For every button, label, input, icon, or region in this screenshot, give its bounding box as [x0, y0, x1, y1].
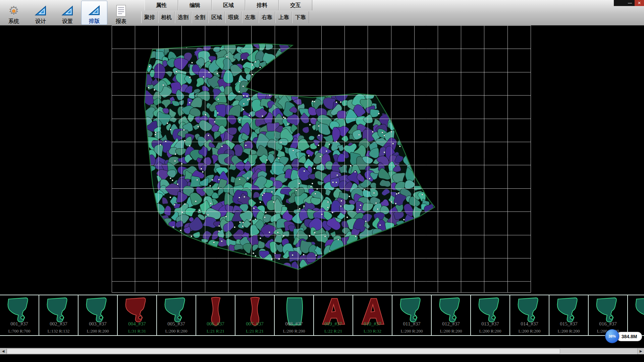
piece-thumbnail[interactable]: 008_#37L:200 R:200	[275, 295, 314, 335]
piece-thumbnail[interactable]: 012_#37L:200 R:200	[432, 295, 471, 335]
piece-id: 009_#37	[314, 321, 353, 327]
big-button-settings[interactable]: 设置	[54, 1, 80, 25]
piece-lr-count: L:21 R:21	[235, 328, 274, 334]
tool-camera[interactable]: 相机	[158, 11, 175, 23]
close-button[interactable]: ✕	[635, 0, 644, 6]
big-button-label: 设计	[35, 18, 46, 25]
piece-id: 015_#37	[549, 321, 588, 327]
piece-thumbnail[interactable]	[628, 295, 644, 335]
big-button-label: 报表	[116, 18, 126, 25]
big-button-design[interactable]: 设计	[28, 1, 54, 25]
tool-snap-right[interactable]: 右靠	[259, 11, 275, 23]
gear-icon: ⚙	[8, 3, 19, 18]
piece-thumbnail[interactable]: 011_#37L:200 R:200	[392, 295, 432, 335]
piece-lr-count: L:31 R:31	[118, 328, 156, 334]
tool-cut-all[interactable]: 全割	[192, 11, 208, 23]
ribbon: ⚙ 系统 设计 设置 排版 报表 属性	[0, 0, 644, 25]
piece-thumbnail[interactable]: 006_#37L:21 R:21	[196, 295, 235, 335]
piece-thumbnail[interactable]: 002_#37L:132 R:132	[39, 295, 78, 335]
piece-thumbnail[interactable]: 010_#37L:33 R:32	[353, 295, 392, 335]
tab-interaction[interactable]: 交互	[279, 0, 312, 10]
tool-snap-down[interactable]: 下靠	[292, 11, 309, 23]
piece-thumbnail[interactable]: 004_#37L:31 R:31	[118, 295, 157, 335]
tab-region[interactable]: 区域	[212, 0, 245, 10]
tool-snap-left[interactable]: 左靠	[242, 11, 259, 23]
piece-lr-count: L:200 R:200	[432, 328, 470, 334]
piece-thumbnail[interactable]: 001_#37L:700 R:700	[0, 295, 39, 335]
piece-lr-count: L:132 R:132	[39, 328, 78, 334]
piece-id: 003_#37	[78, 321, 117, 327]
piece-thumbnail[interactable]: 009_#37L:22 R:21	[314, 295, 353, 335]
piece-lr-count: L:200 R:200	[510, 328, 549, 334]
piece-id: 001_#37	[0, 321, 39, 327]
tool-defect[interactable]: 瑕疵	[225, 11, 242, 23]
set-square-icon	[35, 3, 47, 18]
menu-tab-bar: 属性 编辑 区域 排料 交互	[145, 0, 312, 10]
piece-thumbnail[interactable]: 013_#37L:200 R:200	[471, 295, 510, 335]
piece-thumbnail[interactable]: 014_#37L:200 R:200	[510, 295, 549, 335]
big-button-label: 排版	[89, 18, 100, 24]
piece-id: 006_#37	[196, 321, 235, 327]
big-button-report[interactable]: 报表	[108, 1, 134, 25]
piece-thumbnail[interactable]: 016_#37L:200 R:200	[589, 295, 628, 335]
piece-id: 002_#37	[39, 321, 78, 327]
piece-thumbnail-strip: 001_#37L:700 R:700 002_#37L:132 R:132 00…	[0, 295, 644, 336]
piece-id: 005_#37	[157, 321, 196, 327]
tool-snap-up[interactable]: 上靠	[275, 11, 292, 23]
piece-lr-count: L:200 R:200	[392, 328, 431, 334]
set-square-icon	[88, 3, 100, 18]
progress-badge: 38%	[605, 329, 619, 343]
memory-usage: 384.8M	[616, 332, 642, 341]
set-square-icon	[61, 3, 73, 18]
piece-thumbnail[interactable]: 007_#37L:21 R:21	[235, 295, 275, 335]
big-button-label: 系统	[8, 18, 19, 25]
piece-id: 007_#37	[235, 321, 274, 327]
window-controls: — ✕	[614, 0, 644, 6]
piece-lr-count: L:200 R:200	[157, 328, 196, 334]
piece-id: 013_#37	[471, 321, 509, 327]
piece-thumbnail[interactable]: 003_#37L:200 R:200	[78, 295, 118, 335]
piece-shape-preview	[630, 296, 644, 327]
piece-id: 014_#37	[510, 321, 549, 327]
big-button-nesting[interactable]: 排版	[81, 1, 107, 25]
app-window: ⚙ 系统 设计 设置 排版 报表 属性	[0, 0, 644, 362]
piece-id: 012_#37	[432, 321, 470, 327]
piece-id: 016_#37	[589, 321, 627, 327]
piece-lr-count: L:700 R:700	[0, 328, 39, 334]
big-button-label: 设置	[62, 18, 73, 25]
minimize-button[interactable]: —	[625, 0, 635, 6]
nesting-canvas[interactable]	[0, 25, 644, 295]
piece-lr-count: L:21 R:21	[196, 328, 235, 334]
document-icon	[116, 3, 126, 18]
piece-lr-count: L:200 R:200	[78, 328, 117, 334]
tool-region[interactable]: 区域	[208, 11, 225, 23]
tool-button-bar: 聚排 相机 选割 全割 区域 瑕疵 左靠 右靠 上靠 下靠	[141, 11, 309, 23]
horizontal-scrollbar[interactable]: ◀ ▶	[0, 348, 644, 354]
tab-properties[interactable]: 属性	[145, 0, 178, 10]
tool-cluster-nest[interactable]: 聚排	[141, 11, 158, 23]
scroll-right-arrow-icon[interactable]: ▶	[637, 348, 644, 354]
piece-lr-count: L:200 R:200	[275, 328, 313, 334]
piece-id: 008_#37	[275, 321, 313, 327]
piece-thumbnail[interactable]: 005_#37L:200 R:200	[157, 295, 196, 335]
piece-thumbnail[interactable]: 015_#37L:200 R:200	[549, 295, 589, 335]
big-button-system[interactable]: ⚙ 系统	[1, 1, 27, 25]
scrollbar-thumb[interactable]	[7, 349, 560, 354]
piece-lr-count: L:200 R:200	[549, 328, 588, 334]
tab-nesting[interactable]: 排料	[245, 0, 279, 10]
tool-select-cut[interactable]: 选割	[175, 11, 192, 23]
scroll-left-arrow-icon[interactable]: ◀	[0, 348, 7, 354]
piece-lr-count: L:200 R:200	[471, 328, 509, 334]
piece-id: 010_#37	[353, 321, 392, 327]
tab-edit[interactable]: 编辑	[178, 0, 212, 10]
piece-id: 011_#37	[392, 321, 431, 327]
piece-lr-count: L:33 R:32	[353, 328, 392, 334]
piece-lr-count: L:22 R:21	[314, 328, 353, 334]
piece-id: 004_#37	[118, 321, 156, 327]
